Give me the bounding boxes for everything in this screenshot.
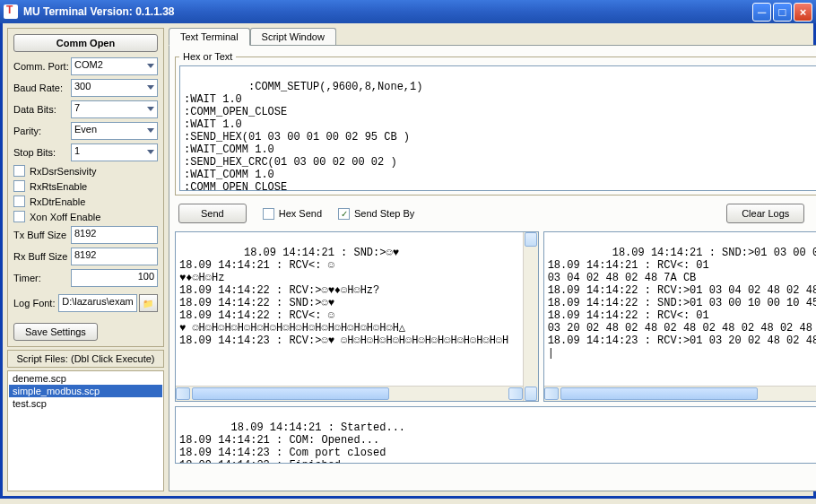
send-step-checkbox[interactable]: Send Step By — [338, 208, 414, 220]
script-item[interactable]: deneme.scp — [9, 372, 162, 385]
comm-open-button[interactable]: Comm Open — [13, 34, 158, 52]
txbuf-label: Tx Buff Size — [13, 230, 71, 240]
log-left-textarea[interactable]: 18.09 14:14:21 : SND:>☺♥ 18.09 14:14:21 … — [175, 231, 539, 402]
parity-label: Parity: — [13, 126, 71, 136]
send-button[interactable]: Send — [178, 204, 247, 223]
app-icon — [4, 4, 18, 19]
timer-input[interactable]: 100 — [71, 269, 158, 287]
minimize-button[interactable]: ─ — [752, 3, 771, 22]
tab-script-window[interactable]: Script Window — [250, 28, 336, 45]
rxbuf-input[interactable]: 8192 — [71, 248, 158, 265]
baud-rate-select[interactable]: 300 — [71, 79, 158, 97]
comm-port-select[interactable]: COM2 — [71, 57, 158, 75]
tab-text-terminal[interactable]: Text Terminal — [169, 28, 250, 46]
baud-rate-label: Baud Rate: — [13, 83, 71, 93]
hex-or-text-legend: Hex or Text — [179, 51, 236, 62]
rxrts-checkbox[interactable]: RxRtsEnable — [13, 180, 158, 192]
titlebar: MU Terminal Version: 0.1.1.38 ─ □ × — [0, 0, 816, 23]
parity-select[interactable]: Even — [71, 122, 158, 140]
hex-send-checkbox[interactable]: Hex Send — [263, 208, 322, 220]
save-settings-button[interactable]: Save Settings — [13, 323, 98, 341]
logfont-input[interactable]: D:\lazarus\exam — [58, 294, 136, 312]
browse-font-button[interactable]: 📁 — [139, 294, 158, 312]
close-button[interactable]: × — [794, 3, 812, 22]
xonxoff-checkbox[interactable]: Xon Xoff Enable — [13, 211, 158, 222]
data-bits-select[interactable]: 7 — [71, 100, 158, 118]
rxdtr-checkbox[interactable]: RxDtrEnable — [13, 196, 158, 207]
hex-or-text-group: Hex or Text :COMM_SETUP(,9600,8,None,1) … — [175, 51, 816, 196]
status-log-textarea[interactable]: 18.09 14:14:21 : Started... 18.09 14:14:… — [175, 406, 816, 464]
rxdsr-checkbox[interactable]: RxDsrSensivity — [13, 165, 158, 177]
clear-logs-button[interactable]: Clear Logs — [726, 204, 804, 223]
log-left-scrollbar-h[interactable] — [176, 386, 523, 401]
script-textarea[interactable]: :COMM_SETUP(,9600,8,None,1) :WAIT 1.0 :C… — [179, 65, 816, 191]
log-left-scrollbar-v[interactable] — [523, 232, 538, 401]
timer-label: Timer: — [13, 273, 71, 283]
comm-port-label: Comm. Port: — [13, 61, 71, 72]
stop-bits-select[interactable]: 1 — [71, 143, 158, 161]
log-right-scrollbar-h[interactable] — [544, 386, 816, 401]
maximize-button[interactable]: □ — [773, 3, 792, 22]
txbuf-input[interactable]: 8192 — [71, 226, 158, 244]
log-right-textarea[interactable]: 18.09 14:14:21 : SND:>01 03 00 01 00 02 … — [543, 231, 816, 402]
script-files-header: Script Files: (Dbl Click Execute) — [7, 350, 164, 368]
script-files-list[interactable]: deneme.scp simple_modbus.scp test.scp — [7, 370, 164, 491]
logfont-label: Log Font: — [13, 298, 56, 308]
rxbuf-label: Rx Buff Size — [13, 251, 71, 262]
data-bits-label: Data Bits: — [13, 104, 71, 115]
script-item[interactable]: test.scp — [9, 397, 162, 410]
script-item[interactable]: simple_modbus.scp — [9, 385, 162, 397]
stop-bits-label: Stop Bits: — [13, 147, 71, 158]
window-title: MU Terminal Version: 0.1.1.38 — [23, 5, 751, 18]
